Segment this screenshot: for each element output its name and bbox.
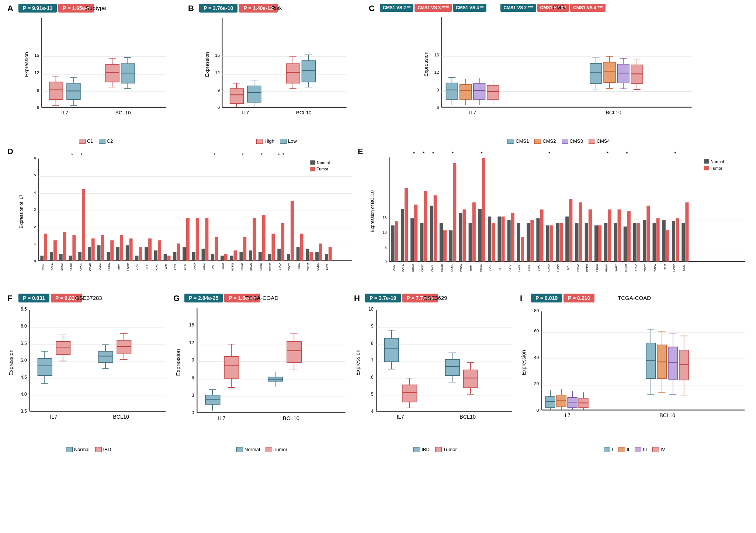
panel-b-title: Risk [271,5,282,11]
panel-a: A P = 9.91e-11 P = 1.65e-5 Subtype 6 9 [7,4,184,144]
svg-rect-306 [536,218,540,262]
svg-text:40: 40 [534,355,539,360]
svg-text:OV: OV [212,265,215,269]
middle-row: D 0 1 2 3 4 5 6 [7,147,749,291]
svg-rect-236 [315,252,319,261]
svg-rect-456 [403,385,417,402]
svg-text:BRCA: BRCA [60,263,63,271]
svg-text:9: 9 [437,87,439,92]
svg-rect-379 [56,342,70,354]
svg-text:LUAD: LUAD [193,263,196,271]
svg-rect-282 [462,210,466,262]
svg-rect-343 [646,206,650,262]
svg-rect-195 [202,249,205,261]
svg-text:ESCA: ESCA [460,264,463,272]
svg-rect-149 [63,232,66,261]
svg-rect-181 [158,240,161,260]
svg-text:THCA: THCA [653,264,657,272]
svg-text:THCA: THCA [297,263,301,270]
svg-rect-89 [474,84,485,99]
svg-rect-230 [296,247,300,261]
svg-rect-151 [69,256,72,261]
svg-text:PCPG: PCPG [586,264,589,272]
svg-text:20: 20 [534,381,539,386]
svg-text:STAD: STAD [278,263,281,270]
svg-text:IL7: IL7 [61,110,68,115]
svg-rect-292 [492,223,495,262]
svg-rect-192 [192,252,195,261]
panel-i-chart: 0 20 40 60 80 Expression [520,304,749,429]
svg-rect-220 [271,234,275,261]
svg-text:15: 15 [382,216,387,220]
panel-e: E 0 5 10 15 Expression of BCL10 Norm [358,147,749,291]
svg-text:SARC: SARC [259,263,263,271]
svg-text:Normal: Normal [711,159,724,164]
panel-b-label: B [188,4,194,13]
svg-text:BCL10: BCL10 [296,110,312,115]
svg-text:THYM: THYM [306,263,310,271]
svg-rect-257 [395,221,398,262]
svg-text:5.0: 5.0 [21,358,27,363]
svg-rect-206 [234,250,237,261]
panel-h-pval1: P = 3.7e-19 [365,294,401,302]
svg-rect-208 [239,252,243,261]
svg-rect-271 [434,195,437,262]
svg-text:Normal: Normal [317,160,330,165]
svg-text:6: 6 [218,105,220,110]
svg-text:15: 15 [215,53,220,58]
svg-text:3.5: 3.5 [21,409,27,414]
svg-text:5: 5 [371,392,374,397]
svg-rect-146 [53,240,57,260]
svg-rect-219 [268,254,271,261]
svg-rect-288 [482,158,485,262]
panel-g-title: TCGA-COAD [245,295,278,301]
panel-c-chart: 6 9 12 15 Expression [369,13,749,123]
panel-g: G P = 2.84e-25 P = 1.5e-25 TCGA-COAD 0 3… [173,294,350,452]
svg-text:IL7: IL7 [50,414,57,420]
svg-text:9: 9 [191,357,194,363]
svg-rect-469 [464,370,478,388]
svg-text:READ: READ [250,263,253,271]
svg-text:6: 6 [371,375,374,380]
svg-text:IL7: IL7 [242,110,249,115]
panel-a-chart: 6 9 12 15 Expression [7,14,184,123]
svg-rect-140 [310,167,315,172]
svg-text:12: 12 [34,70,39,75]
svg-rect-263 [414,205,417,262]
svg-rect-314 [559,223,563,262]
svg-text:GBM: GBM [469,265,473,271]
svg-text:*: * [261,152,263,158]
panel-f-chart: 3.5 4.0 4.5 5.0 5.5 6.0 6.5 Expression [7,304,170,429]
svg-rect-325 [594,225,598,262]
svg-rect-166 [110,240,114,260]
svg-text:PAAD: PAAD [221,263,225,271]
svg-text:BCLA: BCLA [402,264,405,271]
svg-text:*: * [423,150,425,156]
svg-text:4: 4 [371,409,374,414]
svg-rect-163 [101,235,104,261]
svg-text:6: 6 [191,375,194,380]
svg-rect-199 [215,237,218,260]
svg-rect-303 [527,223,530,262]
svg-rect-313 [556,223,559,262]
svg-text:LCG: LCG [527,265,531,271]
svg-text:80: 80 [534,308,539,313]
svg-text:UCEC: UCEC [316,263,319,271]
panel-g-chart: 0 3 6 9 12 15 Expression [173,304,350,429]
svg-rect-300 [517,223,520,262]
svg-text:READ: READ [605,264,608,272]
svg-rect-143 [44,234,47,261]
svg-text:SARC: SARC [615,264,618,272]
svg-text:IL7: IL7 [218,415,225,421]
svg-text:60: 60 [534,328,539,333]
panel-c-pval3: CMS1 VS 4 ** [453,4,486,12]
svg-text:Expression: Expression [8,350,14,376]
panel-b-chart: 6 9 12 15 Expression [188,14,365,123]
svg-text:6: 6 [37,105,39,110]
svg-rect-316 [565,217,569,262]
panel-c-pval1: CMS1 VS 2 ** [380,4,413,12]
svg-text:9: 9 [218,88,220,93]
svg-rect-333 [618,210,621,262]
svg-rect-202 [221,256,224,261]
svg-text:TGCT: TGCT [644,264,647,272]
